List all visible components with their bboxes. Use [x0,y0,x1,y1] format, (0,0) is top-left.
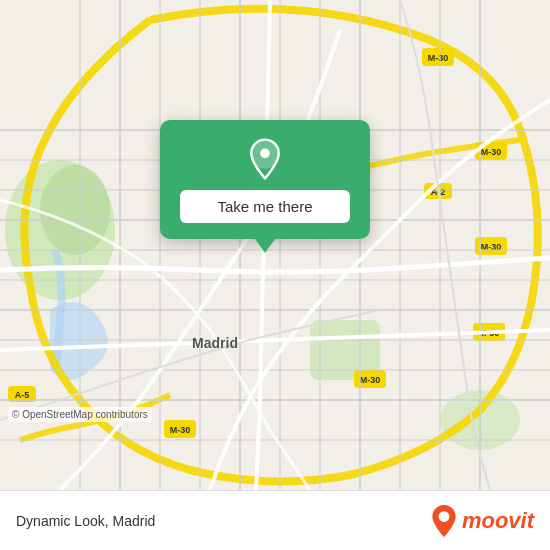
moovit-brand-text: moovit [462,508,534,534]
take-me-there-button[interactable]: Take me there [180,190,350,223]
map-container: M-30 M-30 M-30 M-30 M-30 M-30 A-2 A-5 [0,0,550,490]
svg-point-46 [439,511,450,522]
location-label: Dynamic Look, Madrid [16,513,155,529]
svg-text:M-30: M-30 [170,425,191,435]
moovit-pin-icon [430,504,458,538]
svg-point-2 [40,165,110,255]
bottom-bar: Dynamic Look, Madrid moovit [0,490,550,550]
osm-attribution: © OpenStreetMap contributors [8,407,152,422]
svg-text:M-30: M-30 [481,147,502,157]
svg-point-45 [260,149,270,159]
moovit-logo: moovit [430,504,534,538]
svg-text:M-30: M-30 [428,53,449,63]
popup-card: Take me there [160,120,370,239]
svg-text:M-30: M-30 [360,375,381,385]
svg-text:A-5: A-5 [15,390,30,400]
location-pin-icon [244,138,286,180]
attribution-text: © OpenStreetMap contributors [12,409,148,420]
svg-text:Madrid: Madrid [192,335,238,351]
